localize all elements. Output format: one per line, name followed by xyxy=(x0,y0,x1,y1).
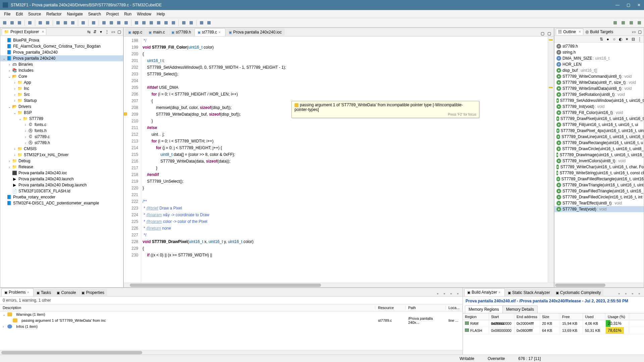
fwd-icon[interactable] xyxy=(188,19,195,26)
minimize-icon[interactable]: ▫ xyxy=(630,291,635,296)
maximize-button[interactable]: ▢ xyxy=(626,3,631,7)
saveall-icon[interactable] xyxy=(16,19,23,26)
tree-toggle-icon[interactable]: › xyxy=(23,135,28,139)
bottom-tab-problems[interactable]: ▣Problems× xyxy=(1,288,34,296)
editor-tab[interactable]: ▣main.c xyxy=(146,28,168,36)
tree-item[interactable]: ›©st7789.c xyxy=(0,134,123,140)
outline-item[interactable]: ●ST7789_InvertColors(uint8_t) : void xyxy=(554,158,644,164)
close-button[interactable]: ✕ xyxy=(637,3,641,7)
close-icon[interactable]: × xyxy=(42,29,44,34)
tree-toggle-icon[interactable]: ⌄ xyxy=(12,111,17,115)
save-icon[interactable] xyxy=(9,19,15,26)
outline-item[interactable]: ●ST7789_SetAddressWindow(uint16_t, uint1… xyxy=(554,98,644,104)
c-perspective-icon[interactable] xyxy=(628,19,635,26)
outline-item[interactable]: ●ST7789_DrawFilledTriangle(uint16_t, uin… xyxy=(554,188,644,194)
toggle-icon[interactable]: ⌄ xyxy=(3,313,7,316)
tree-toggle-icon[interactable]: › xyxy=(7,165,12,169)
filter-icon[interactable]: ▫ xyxy=(435,291,440,296)
new-icon[interactable] xyxy=(1,19,8,26)
analyzer-tab[interactable]: ▣Build Analyzer× xyxy=(464,288,505,296)
tree-toggle-icon[interactable]: › xyxy=(23,141,28,145)
tree-item[interactable]: 📘STM32F4-DISC1_ADC_potentiometer_example xyxy=(0,200,123,206)
build-icon[interactable] xyxy=(26,19,33,26)
outline-item[interactable]: #HOR_LEN xyxy=(554,61,644,67)
memory-row[interactable]: RAM0x200000000x20004fff20 KB15,94 KB4,06… xyxy=(463,320,644,327)
close-icon[interactable]: × xyxy=(27,291,31,294)
outline-item[interactable]: ●ST7789_DrawRectangle(uint16_t, uint16_t… xyxy=(554,140,644,146)
tree-toggle-icon[interactable]: › xyxy=(7,159,12,163)
search-icon[interactable] xyxy=(80,19,87,26)
tree-toggle-icon[interactable]: ⌄ xyxy=(7,75,12,78)
bottom-tab-properties[interactable]: ▣Properties xyxy=(79,289,107,296)
code-area[interactable]: */void ST7789_Fill_Color(uint16_t color)… xyxy=(141,37,548,283)
outline-item[interactable]: #st7789.h xyxy=(554,43,644,49)
tree-item[interactable]: ⌄📁ST7789 xyxy=(0,116,123,122)
filter-icon[interactable]: ▾ xyxy=(98,29,104,35)
outline-item[interactable]: ●ST7789_WriteCommand(uint8_t) : void xyxy=(554,73,644,79)
terminal-icon[interactable] xyxy=(90,19,97,26)
hide-static-icon[interactable]: ○ xyxy=(611,37,617,42)
refresh-icon[interactable] xyxy=(198,19,205,26)
bug-icon[interactable] xyxy=(133,19,140,26)
run-cfg-icon[interactable] xyxy=(44,19,51,26)
problem-row[interactable]: ›Infos (1 item) xyxy=(0,323,463,329)
back-icon[interactable] xyxy=(180,19,187,26)
menu-edit[interactable]: Edit xyxy=(13,11,25,17)
tree-item[interactable]: ›📚Includes xyxy=(0,67,123,73)
maximize-icon[interactable]: ▢ xyxy=(116,29,122,35)
outline-item[interactable]: #DMA_MIN_SIZE : uint16_t xyxy=(554,55,644,61)
tree-toggle-icon[interactable]: ⌄ xyxy=(7,105,12,109)
problems-hscroll[interactable] xyxy=(0,350,463,355)
problem-row[interactable]: ⌄Warnings (1 item) xyxy=(0,311,463,317)
outline-hscroll[interactable] xyxy=(554,283,644,287)
menu-refactor[interactable]: Refactor xyxy=(44,11,64,17)
col-description[interactable]: Description xyxy=(0,306,375,310)
col-header[interactable]: Usage (%) xyxy=(606,313,629,320)
outline-item[interactable]: ●ST7789_WriteString(uint16_t, uint16_t, … xyxy=(554,170,644,176)
debug-cfg-icon[interactable] xyxy=(37,19,44,26)
tree-item[interactable]: ▶Prova pantalla 240x240.launch xyxy=(0,176,123,182)
maximize-icon[interactable]: ▢ xyxy=(546,31,552,36)
outline-item[interactable]: ●disp_buf : uint16_t[] xyxy=(554,67,644,73)
outline-item[interactable]: ●ST7789_WriteData(uint8_t*, size_t) : vo… xyxy=(554,79,644,85)
col-header[interactable]: Region xyxy=(463,313,489,320)
tree-item[interactable]: ⌄📂Core xyxy=(0,73,123,79)
menu-window[interactable]: Window xyxy=(134,11,154,17)
hide-nonpublic-icon[interactable]: ◐ xyxy=(618,37,623,42)
collapse-icon[interactable]: ⊟ xyxy=(631,37,636,42)
menu-search[interactable]: Search xyxy=(86,11,104,17)
tree-toggle-icon[interactable]: › xyxy=(7,69,12,72)
editor-tab[interactable]: ▣app.c xyxy=(125,28,145,36)
tree-toggle-icon[interactable]: › xyxy=(12,99,17,103)
project-explorer-tab[interactable]: 📁 Project Explorer × xyxy=(2,28,46,35)
outline-item[interactable]: ●ST7789_TearEffect(uint8_t) : void xyxy=(554,200,644,206)
tree-item[interactable]: 📘BluePill_Prova xyxy=(0,37,123,43)
minimize-icon[interactable]: ▭ xyxy=(631,29,636,35)
tree-item[interactable]: ›📁Debug xyxy=(0,158,123,164)
outline-item[interactable]: ●ST7789_Fill_Color(uint16_t) : void xyxy=(554,110,644,116)
menu-help[interactable]: Help xyxy=(154,11,168,17)
stepinto-icon[interactable] xyxy=(115,19,122,26)
tree-item[interactable]: 📘FE_AlarmClock_Gomez_Cristina_Turcu_Bogd… xyxy=(0,43,123,49)
tree-item[interactable]: ⬛Prova pantalla 240x240.ioc xyxy=(0,170,123,176)
menu-icon[interactable]: ⋮ xyxy=(637,37,642,42)
info-icon[interactable] xyxy=(206,19,212,26)
memory-subtab[interactable]: Memory Regions xyxy=(465,305,503,313)
tree-toggle-icon[interactable]: › xyxy=(23,129,28,133)
col-header[interactable]: Size xyxy=(540,313,560,320)
stepover-icon[interactable] xyxy=(108,19,115,26)
tree-item[interactable]: ⌄📘Prova pantalla 240x240 xyxy=(0,55,123,61)
run-icon[interactable] xyxy=(55,19,61,26)
outline-item[interactable]: ●ST7789_Test(void) : void xyxy=(554,206,644,212)
col-location[interactable]: Loca... xyxy=(446,306,463,310)
toggle-icon[interactable]: › xyxy=(3,325,7,328)
minimize-button[interactable]: — xyxy=(615,3,620,7)
grid-icon[interactable] xyxy=(163,19,169,26)
tree-item[interactable]: 📘Prueba_rotary_encoder xyxy=(0,194,123,200)
paint-icon[interactable] xyxy=(148,19,155,26)
col-header[interactable]: Free xyxy=(560,313,583,320)
step-icon[interactable] xyxy=(101,19,107,26)
debug-icon[interactable] xyxy=(62,19,69,26)
tree-toggle-icon[interactable]: › xyxy=(12,87,17,90)
tree-item[interactable]: ›ⓗfonts.h xyxy=(0,128,123,134)
